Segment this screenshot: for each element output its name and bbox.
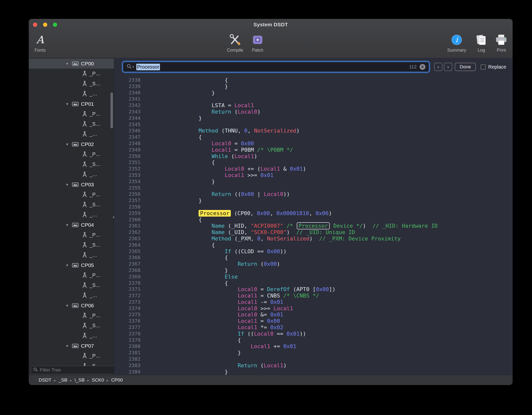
tree-item[interactable]: _S… <box>29 119 114 129</box>
tree-item[interactable]: _… <box>29 250 114 260</box>
tree-item[interactable]: _S… <box>29 280 114 290</box>
tree-item[interactable]: _… <box>29 290 114 300</box>
previous-match-button[interactable]: ‹ <box>434 63 442 71</box>
breadcrumb: DSDT▸_SB▸\_SB▸SCK0▸CP00 <box>39 377 123 383</box>
line-number: 2379 <box>114 337 141 343</box>
tree-item-label: _… <box>90 172 97 177</box>
tree-item[interactable]: _S… <box>29 200 114 210</box>
triangle-down-icon[interactable]: ▼ <box>65 263 70 267</box>
done-button[interactable]: Done <box>455 63 476 71</box>
code-line: 2345 <box>114 121 513 128</box>
compile-button[interactable]: Compile <box>223 33 247 53</box>
code-line: 2382 <box>114 356 513 362</box>
tree-group-cp02[interactable]: ▼CP02 <box>29 139 114 149</box>
tree-item[interactable]: _P… <box>29 149 114 159</box>
patch-button[interactable]: Patch <box>245 33 270 53</box>
tree-item[interactable]: _P… <box>29 109 114 119</box>
triangle-down-icon[interactable]: ▼ <box>65 102 70 106</box>
breadcrumb-item[interactable]: \_SB <box>75 377 85 383</box>
tree-group-cp07[interactable]: ▼CP07 <box>29 341 114 351</box>
tree-item[interactable]: _P… <box>29 351 114 361</box>
line-number: 2361 <box>114 223 141 229</box>
tree-item[interactable]: _P… <box>29 311 114 321</box>
tree-item[interactable]: _P… <box>29 270 114 280</box>
chevron-down-icon[interactable]: ▾ <box>132 65 134 69</box>
triangle-down-icon[interactable]: ▼ <box>65 142 70 146</box>
tree-item[interactable]: _S… <box>29 321 114 331</box>
tree-item[interactable]: _S… <box>29 159 114 169</box>
code-line: 2361 Name (_HID, "ACPI0007" /* Processor… <box>114 223 513 229</box>
scope-icon <box>72 343 79 349</box>
code-line: 2348 Local0 = 0x00 <box>114 140 513 147</box>
code-line: 2339 } <box>114 83 513 90</box>
next-match-button[interactable]: › <box>444 63 452 71</box>
print-button[interactable]: Print <box>489 33 513 53</box>
triangle-down-icon[interactable]: ▼ <box>65 183 70 187</box>
method-icon <box>82 333 87 339</box>
tree-item[interactable]: _… <box>29 331 114 341</box>
breadcrumb-item[interactable]: _SB <box>59 377 67 383</box>
content-area: ▼CP00_P…_S…_…▼CP01_P…_S…_…▼CP02_P…_S…_…▼… <box>29 58 513 375</box>
tree-item[interactable]: _… <box>29 210 114 220</box>
status-bar: DSDT▸_SB▸\_SB▸SCK0▸CP00 <box>29 375 513 385</box>
code-line: 2349 Local1 = P0BM /* \P0BM */ <box>114 147 513 153</box>
tree-item[interactable]: _P… <box>29 190 114 200</box>
method-icon <box>82 121 87 127</box>
line-number: 2364 <box>114 242 141 248</box>
line-number: 2360 <box>114 217 141 223</box>
filter-tree-field[interactable] <box>31 366 114 374</box>
tree-group-cp00[interactable]: ▼CP00 <box>29 59 114 69</box>
line-number: 2376 <box>114 318 141 324</box>
code-editor[interactable]: ▾ Processor 112 ✕ ‹ › Done Replace 2338 … <box>114 58 513 375</box>
line-number: 2369 <box>114 274 141 280</box>
tree-item[interactable]: _S… <box>29 79 114 89</box>
method-icon <box>82 81 87 87</box>
line-number: 2363 <box>114 236 141 242</box>
triangle-down-icon[interactable]: ▼ <box>65 304 70 308</box>
tree-item[interactable]: _… <box>29 89 114 99</box>
summary-button[interactable]: i Summary <box>444 33 469 53</box>
code-line: 2371 Local0 = DerefOf (APT0 [0x00]) <box>114 286 513 293</box>
sidebar-scrollbar-thumb[interactable] <box>110 92 113 128</box>
tree-group-cp06[interactable]: ▼CP06 <box>29 300 114 311</box>
tree-group-cp04[interactable]: ▼CP04 <box>29 220 114 230</box>
find-input[interactable]: ▾ Processor 112 ✕ <box>123 61 429 72</box>
tree-item[interactable]: _P… <box>29 69 114 79</box>
tree-item-label: _S… <box>90 121 100 127</box>
method-icon <box>82 282 87 288</box>
replace-checkbox[interactable] <box>481 64 486 70</box>
tree-group-cp01[interactable]: ▼CP01 <box>29 99 114 109</box>
code-line: 2354 } <box>114 178 513 185</box>
tree-item[interactable]: _S… <box>29 240 114 250</box>
method-icon <box>82 111 87 117</box>
line-number: 2377 <box>114 324 141 331</box>
code-line: 2368 } <box>114 267 513 274</box>
triangle-down-icon[interactable]: ▼ <box>65 223 70 227</box>
tree-item[interactable]: _… <box>29 169 114 179</box>
line-number: 2373 <box>114 299 141 305</box>
breadcrumb-item[interactable]: SCK0 <box>92 377 104 383</box>
line-number: 2358 <box>114 204 141 210</box>
code-line: 2378 If ((Local0 == 0x01)) <box>114 331 513 337</box>
triangle-down-icon[interactable]: ▼ <box>65 344 70 348</box>
search-icon <box>33 367 38 373</box>
breadcrumb-item[interactable]: CP00 <box>111 377 123 383</box>
line-number: 2355 <box>114 185 141 191</box>
tree-item-label: _P… <box>90 151 100 157</box>
tree-group-cp05[interactable]: ▼CP05 <box>29 260 114 270</box>
tree-item-label: _S… <box>90 81 100 87</box>
tree-item-label: _P… <box>90 232 100 238</box>
tree-group-cp03[interactable]: ▼CP03 <box>29 179 114 190</box>
fonts-button[interactable]: A Fonts <box>29 33 52 53</box>
tree-item-label: _S… <box>90 323 100 328</box>
breadcrumb-item[interactable]: DSDT <box>39 377 51 383</box>
filter-tree-input[interactable] <box>39 367 114 373</box>
clear-icon[interactable]: ✕ <box>420 64 425 70</box>
line-number: 2352 <box>114 166 141 172</box>
line-number: 2365 <box>114 248 141 255</box>
code-line: 2374 Local0 >>= Local1 <box>114 305 513 312</box>
tree-item[interactable]: _P… <box>29 230 114 240</box>
code-line: 2353 Local1 >>= 0x01 <box>114 172 513 178</box>
triangle-down-icon[interactable]: ▼ <box>65 62 70 66</box>
tree-item[interactable]: _… <box>29 129 114 139</box>
